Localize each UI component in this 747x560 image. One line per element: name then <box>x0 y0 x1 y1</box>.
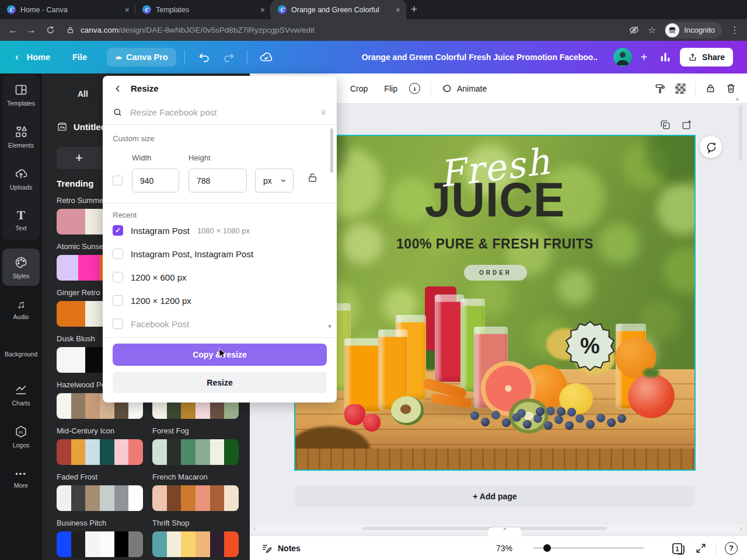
sidebar-item-logos[interactable]: co.Logos <box>2 418 40 455</box>
checkbox-checked[interactable]: ✓ <box>113 225 123 236</box>
custom-size-checkbox[interactable] <box>113 176 123 186</box>
palette-strip[interactable] <box>152 439 239 465</box>
animate-icon[interactable] <box>441 83 452 94</box>
sidebar-item-audio[interactable]: ♫Audio <box>2 290 40 328</box>
resize-search[interactable]: ♛ <box>113 104 327 120</box>
checkbox-unchecked[interactable] <box>113 295 123 306</box>
scroll-up-icon[interactable]: ▲ <box>735 96 740 102</box>
browser-menu-icon[interactable]: ⋮ <box>730 24 740 36</box>
notes-button[interactable]: Notes <box>278 544 301 553</box>
flip-button[interactable]: Flip <box>384 84 397 93</box>
help-icon[interactable]: ? <box>725 542 738 555</box>
resize-button[interactable]: Resize <box>113 372 327 393</box>
back-icon[interactable]: ← <box>8 24 18 36</box>
scrollbar-thumb[interactable] <box>362 527 607 530</box>
recent-size-option[interactable]: Instagram Post, Instagram Post <box>113 242 323 265</box>
crop-button[interactable]: Crop <box>350 84 368 93</box>
palette-strip[interactable] <box>57 485 143 511</box>
back-chevron-icon[interactable] <box>113 84 123 93</box>
zoom-slider-thumb[interactable] <box>543 544 551 552</box>
tab-all[interactable]: All <box>78 89 88 99</box>
browser-tab[interactable]: CTemplates× <box>135 0 271 19</box>
close-tab-icon[interactable]: × <box>396 6 400 14</box>
palette-strip[interactable] <box>152 485 239 511</box>
recent-size-option[interactable]: ✓Instagram Post1080 × 1080 px <box>113 219 323 242</box>
reload-icon[interactable] <box>46 25 55 35</box>
checkbox-unchecked[interactable] <box>113 249 123 259</box>
popup-scrollbar-thumb[interactable] <box>330 128 333 173</box>
forward-icon[interactable]: → <box>26 24 36 36</box>
lock-element-icon[interactable] <box>705 83 716 94</box>
recent-size-option[interactable]: Facebook Post <box>113 312 323 335</box>
sidebar-item-background[interactable]: Background <box>2 334 40 371</box>
palette-strip[interactable] <box>57 439 143 465</box>
unit-select[interactable]: px <box>255 169 294 192</box>
sidebar-item-templates[interactable]: Templates <box>2 76 40 113</box>
palette-item[interactable]: Forest Fog <box>152 426 239 465</box>
delete-icon[interactable] <box>725 83 736 94</box>
palette-item[interactable]: Thrift Shop <box>152 519 239 557</box>
transparency-icon[interactable] <box>675 83 686 94</box>
eye-slash-icon[interactable] <box>629 24 640 36</box>
checkbox-unchecked[interactable] <box>113 318 123 329</box>
avatar[interactable] <box>613 48 632 66</box>
palette-item[interactable]: Mid-Century Icon <box>57 426 143 465</box>
redo-icon[interactable] <box>222 51 235 64</box>
width-field[interactable] <box>132 169 179 192</box>
sidebar-item-elements[interactable]: Elements <box>2 118 40 155</box>
recent-size-option[interactable]: 1200 × 1200 px <box>113 289 323 312</box>
untitled-style-item[interactable]: Untitled <box>57 121 106 132</box>
document-title[interactable]: Orange and Green Colorful Fresh Juice Pr… <box>362 52 598 62</box>
new-tab-button[interactable]: + <box>411 3 417 16</box>
percent-badge[interactable]: % <box>565 321 615 371</box>
zoom-slider[interactable] <box>533 547 644 549</box>
height-field[interactable] <box>189 169 247 192</box>
design-page[interactable]: Fresh JUICE 100% PURE & FRESH FRUITS ORD… <box>295 136 694 470</box>
url-bar[interactable]: canva.com/design/DAE-8wNbJGE/0v5sPd8bZ7i… <box>81 26 315 34</box>
order-button[interactable]: ORDER <box>464 265 527 281</box>
sidebar-item-styles[interactable]: Styles <box>2 249 40 286</box>
bookmark-star-icon[interactable]: ☆ <box>648 24 656 36</box>
scroll-left-icon[interactable]: ‹ <box>251 524 258 533</box>
collapse-bottom-tab[interactable]: ^ <box>488 527 522 537</box>
paint-roller-icon[interactable] <box>654 83 666 94</box>
palette-item[interactable]: Business Pitch <box>57 519 143 557</box>
browser-tab[interactable]: COrange and Green Colorful× <box>271 0 406 19</box>
home-button[interactable]: Home <box>27 52 50 62</box>
recent-size-option[interactable]: 1200 × 600 px <box>113 265 323 289</box>
list-scroll-down-icon[interactable]: ▼ <box>327 323 333 330</box>
sidebar-item-charts[interactable]: Charts <box>2 376 40 413</box>
add-page-button[interactable]: + Add page <box>295 486 694 507</box>
checkbox-unchecked[interactable] <box>113 272 123 282</box>
scroll-right-icon[interactable]: › <box>738 524 745 533</box>
palette-item[interactable]: French Macaron <box>152 473 239 511</box>
palette-item[interactable]: Faded Frost <box>57 473 143 511</box>
notes-icon[interactable] <box>261 542 273 554</box>
add-comment-button[interactable] <box>700 136 722 158</box>
share-button[interactable]: Share <box>680 48 733 66</box>
duplicate-page-icon[interactable] <box>659 119 671 131</box>
canva-pro-button[interactable]: Canva Pro <box>107 48 176 66</box>
file-menu-button[interactable]: File <box>72 52 87 62</box>
browser-tab[interactable]: CHome - Canva× <box>0 0 135 19</box>
sidebar-item-text[interactable]: TText <box>2 202 40 239</box>
tagline-text[interactable]: 100% PURE & FRESH FRUITS <box>295 236 694 252</box>
add-member-button[interactable]: + <box>640 51 647 64</box>
info-icon[interactable]: i <box>409 83 420 94</box>
add-page-icon[interactable] <box>681 119 693 131</box>
home-chevron-icon[interactable]: ‹ <box>15 51 19 63</box>
animate-button[interactable]: Animate <box>457 84 487 93</box>
sidebar-item-uploads[interactable]: Uploads <box>2 160 40 197</box>
resize-search-input[interactable] <box>130 107 312 117</box>
undo-icon[interactable] <box>198 51 211 64</box>
close-tab-icon[interactable]: × <box>125 6 130 14</box>
palette-strip[interactable] <box>152 531 239 557</box>
close-tab-icon[interactable]: × <box>260 6 265 14</box>
insights-chart-icon[interactable] <box>659 51 672 64</box>
pages-view-icon[interactable]: 1 <box>671 541 686 555</box>
vertical-scrollbar-thumb[interactable] <box>739 105 742 160</box>
palette-strip[interactable] <box>57 531 143 557</box>
aspect-lock-icon[interactable] <box>306 172 319 184</box>
sidebar-item-more[interactable]: •••More <box>2 460 40 497</box>
fullscreen-icon[interactable] <box>695 542 707 554</box>
